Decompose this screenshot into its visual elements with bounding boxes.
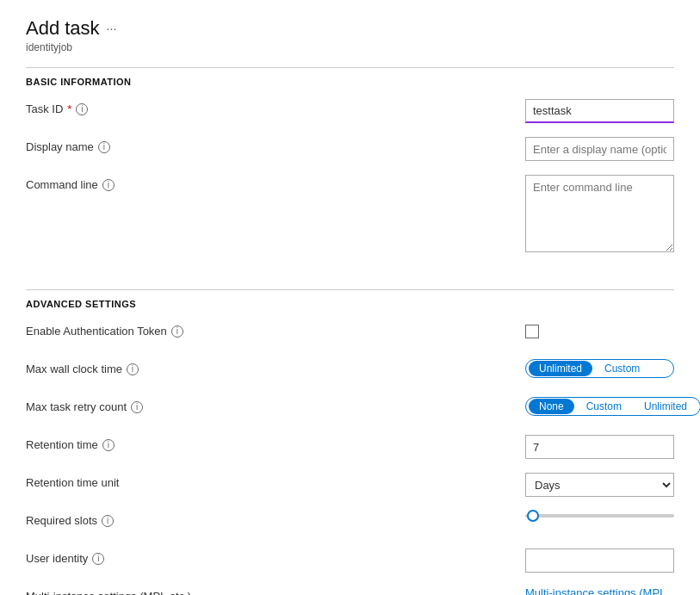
command-line-info-icon[interactable]: i [102,179,115,191]
max-retry-row: Max task retry count i None Custom Unlim… [26,397,674,421]
page-title: Add task ··· [26,17,674,40]
required-slots-row: Required slots i [26,511,674,535]
max-retry-none-btn[interactable]: None [529,399,574,414]
auth-token-label: Enable Authentication Token i [26,321,525,338]
retention-time-unit-row: Retention time unit Days Hours Minutes [26,473,674,497]
display-name-input-area [525,137,674,161]
max-retry-unlimited-btn[interactable]: Unlimited [634,399,697,414]
retention-time-label: Retention time i [26,435,525,451]
page-subtitle: identityjob [26,41,674,53]
max-wall-clock-label: Max wall clock time i [26,359,525,375]
command-line-row: Command line i [26,175,674,255]
required-slots-slider[interactable] [525,511,674,518]
command-line-input[interactable] [525,175,674,252]
user-identity-input[interactable] [525,549,674,573]
retention-time-input[interactable] [525,435,674,459]
title-menu-icon[interactable]: ··· [107,22,117,35]
display-name-info-icon[interactable]: i [98,141,110,153]
task-id-label: Task ID * i [26,99,525,115]
required-slots-slider-area [525,511,674,518]
auth-token-info-icon[interactable]: i [171,325,183,338]
user-identity-input-area [525,549,674,573]
max-wall-clock-toggle-group: Unlimited Custom [525,359,674,378]
user-identity-row: User identity i [26,549,674,573]
command-line-label: Command line i [26,175,525,191]
task-id-input[interactable] [525,99,674,123]
retention-time-info-icon[interactable]: i [102,439,115,451]
user-identity-label: User identity i [26,549,525,565]
max-wall-clock-info-icon[interactable]: i [127,363,139,375]
display-name-label: Display name i [26,137,525,153]
max-retry-toggle-area: None Custom Unlimited [525,397,700,416]
max-wall-clock-unlimited-btn[interactable]: Unlimited [529,361,592,376]
display-name-input[interactable] [525,137,674,161]
max-wall-clock-toggle-area: Unlimited Custom [525,359,674,378]
max-wall-clock-custom-btn[interactable]: Custom [594,361,650,376]
user-identity-info-icon[interactable]: i [92,553,104,565]
advanced-settings-header: ADVANCED SETTINGS [26,289,674,309]
retention-time-unit-select-area: Days Hours Minutes [525,473,674,497]
mpi-label: Multi-instance settings (MPI, etc.) [26,586,525,595]
task-id-info-icon[interactable]: i [76,103,88,115]
required-slots-label: Required slots i [26,511,525,527]
retention-time-input-area [525,435,674,459]
task-id-row: Task ID * i [26,99,674,123]
mpi-link-area: Multi-instance settings (MPI, etc.) [525,586,674,595]
max-retry-toggle-group: None Custom Unlimited [525,397,700,416]
basic-info-header: BASIC INFORMATION [26,67,674,87]
max-retry-label: Max task retry count i [26,397,525,413]
display-name-row: Display name i [26,137,674,161]
auth-token-row: Enable Authentication Token i [26,321,674,345]
retention-time-row: Retention time i [26,435,674,459]
auth-token-checkbox-area [525,321,674,338]
max-wall-clock-row: Max wall clock time i Unlimited Custom [26,359,674,383]
task-id-input-area [525,99,674,123]
command-line-input-area [525,175,674,255]
retention-time-unit-select[interactable]: Days Hours Minutes [525,473,674,497]
retention-time-unit-label: Retention time unit [26,473,525,489]
mpi-row: Multi-instance settings (MPI, etc.) Mult… [26,586,674,595]
auth-token-checkbox[interactable] [525,325,539,338]
max-retry-custom-btn[interactable]: Custom [576,399,632,414]
required-slots-info-icon[interactable]: i [102,515,114,527]
max-retry-info-icon[interactable]: i [131,401,143,413]
mpi-link[interactable]: Multi-instance settings (MPI, etc.) [525,586,666,595]
